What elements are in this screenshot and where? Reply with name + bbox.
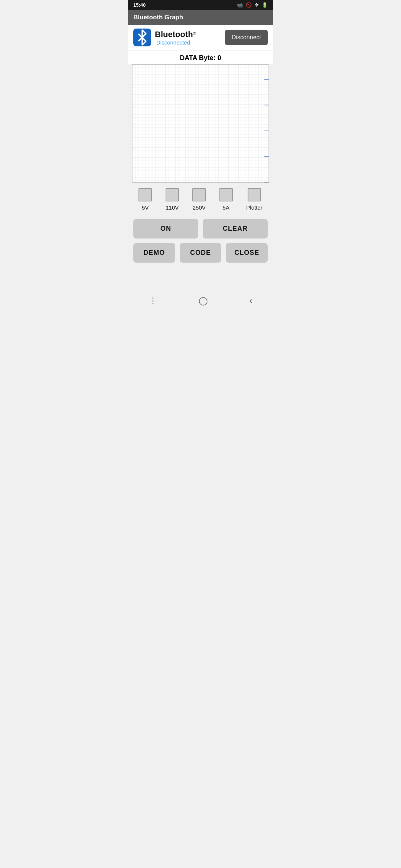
checkbox-plotter-item: Plotter <box>246 188 262 213</box>
battery-icon: 🔋 <box>262 2 268 8</box>
checkbox-110v[interactable] <box>166 188 179 201</box>
checkbox-110v-item: 110V <box>166 188 179 213</box>
title-bar: Bluetooth Graph <box>128 10 273 25</box>
checkbox-plotter-label: Plotter <box>246 204 262 211</box>
checkbox-5a[interactable] <box>219 188 233 201</box>
menu-icon[interactable]: ⋮ <box>149 296 157 306</box>
checkbox-5v-item: 5V <box>138 188 152 213</box>
close-button[interactable]: CLOSE <box>226 243 268 263</box>
checkbox-5a-label: 5A <box>223 204 229 211</box>
graph-grid: /* generated below */ <box>132 65 269 183</box>
bluetooth-wordmark: Bluetooth <box>155 30 193 39</box>
checkbox-5v[interactable] <box>138 188 152 201</box>
registered-mark: ® <box>193 31 196 35</box>
checkbox-plotter[interactable] <box>248 188 261 201</box>
time-display: 15:40 <box>133 2 146 8</box>
home-icon[interactable]: ◯ <box>199 296 208 306</box>
connection-status: Disconnected <box>156 39 196 46</box>
checkbox-250v[interactable] <box>192 188 206 201</box>
code-button[interactable]: CODE <box>180 243 222 263</box>
airplane-icon: ✈ <box>255 2 259 8</box>
video-icon: 📹 <box>237 2 243 8</box>
data-byte-display: DATA Byte: 0 <box>128 50 273 64</box>
on-button[interactable]: ON <box>133 219 198 239</box>
header: Bluetooth® Disconnected Disconnect <box>128 25 273 50</box>
checkbox-5a-item: 5A <box>219 188 233 213</box>
app-title: Bluetooth Graph <box>133 14 183 21</box>
demo-button[interactable]: DEMO <box>133 243 175 263</box>
buttons-section: ON CLEAR DEMO CODE CLOSE <box>128 215 273 266</box>
blocked-icon: 🚫 <box>246 2 252 8</box>
on-clear-row: ON CLEAR <box>133 219 268 239</box>
checkbox-250v-label: 250V <box>193 204 206 211</box>
status-bar: 15:40 📹 🚫 ✈ 🔋 <box>128 0 273 10</box>
clear-button[interactable]: CLEAR <box>203 219 268 239</box>
back-icon[interactable]: ‹ <box>250 296 252 306</box>
nav-bar: ⋮ ◯ ‹ <box>128 290 273 313</box>
checkbox-5v-label: 5V <box>142 204 149 211</box>
bluetooth-logo-icon <box>133 29 151 46</box>
svg-rect-81 <box>132 65 269 183</box>
checkboxes-section: 5V 110V 250V 5A Plotter <box>128 183 273 215</box>
disconnect-button[interactable]: Disconnect <box>225 30 268 45</box>
demo-code-close-row: DEMO CODE CLOSE <box>133 243 268 263</box>
checkbox-250v-item: 250V <box>192 188 206 213</box>
graph-area: /* generated below */ <box>132 64 269 183</box>
checkbox-110v-label: 110V <box>166 204 179 211</box>
